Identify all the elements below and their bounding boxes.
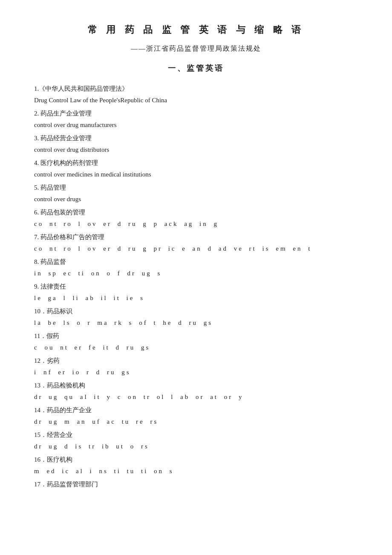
entry-en-2: control over drug manufacturers (34, 119, 358, 131)
entry-cn-9: 9. 法律责任 (34, 281, 358, 292)
entry-cn-4: 4. 医疗机构的药剂管理 (34, 157, 358, 169)
entry-7: 7. 药品价格和广告的管理co nt ro l ov er d ru g pr … (34, 231, 358, 254)
entry-en-3: control over drug distributors (34, 144, 358, 156)
entry-en-14: dr ug m an uf ac tu re rs (34, 416, 358, 428)
entry-cn-12: 12．劣药 (34, 355, 358, 367)
entry-cn-13: 13．药品检验机构 (34, 380, 358, 391)
entry-en-16: m ed ic al i ns ti tu ti on s (34, 465, 358, 477)
entry-17: 17．药品监督管理部门 (34, 479, 358, 490)
entry-15: 15．经营企业dr ug d is tr ib ut o rs (34, 429, 358, 452)
entry-10: 10．药品标识la be ls o r ma rk s of t he d ru… (34, 306, 358, 329)
entry-16: 16．医疗机构m ed ic al i ns ti tu ti on s (34, 454, 358, 477)
entry-cn-10: 10．药品标识 (34, 306, 358, 317)
entry-en-8: in sp ec ti on o f dr ug s (34, 268, 358, 279)
entry-en-4: control over medicines in medical instit… (34, 169, 358, 180)
entry-en-5: control over drugs (34, 194, 358, 205)
entry-cn-17: 17．药品监督管理部门 (34, 479, 358, 490)
entry-cn-2: 2. 药品生产企业管理 (34, 108, 358, 119)
entry-cn-6: 6. 药品包装的管理 (34, 207, 358, 218)
entry-cn-14: 14．药品的生产企业 (34, 405, 358, 416)
entry-12: 12．劣药i nf er io r d ru gs (34, 355, 358, 378)
section-title: 一、监管英语 (34, 61, 358, 75)
entry-cn-3: 3. 药品经营企业管理 (34, 133, 358, 144)
entry-cn-5: 5. 药品管理 (34, 182, 358, 194)
entry-9: 9. 法律责任le ga l li ab il it ie s (34, 281, 358, 304)
entry-4: 4. 医疗机构的药剂管理control over medicines in me… (34, 157, 358, 180)
entry-14: 14．药品的生产企业dr ug m an uf ac tu re rs (34, 405, 358, 428)
entry-cn-16: 16．医疗机构 (34, 454, 358, 465)
entry-cn-7: 7. 药品价格和广告的管理 (34, 231, 358, 243)
entry-cn-15: 15．经营企业 (34, 429, 358, 441)
entry-en-12: i nf er io r d ru gs (34, 367, 358, 378)
entry-11: 11．假药c ou nt er fe it d ru gs (34, 330, 358, 353)
entry-en-10: la be ls o r ma rk s of t he d ru gs (34, 317, 358, 329)
entry-cn-11: 11．假药 (34, 330, 358, 342)
entry-en-7: co nt ro l ov er d ru g pr ic e an d ad … (34, 243, 358, 254)
entry-en-15: dr ug d is tr ib ut o rs (34, 441, 358, 452)
entries-container: 1.《中华人民共和国药品管理法》Drug Control Law of the … (34, 83, 358, 490)
entry-6: 6. 药品包装的管理co nt ro l ov er d ru g p ack … (34, 207, 358, 230)
entry-5: 5. 药品管理control over drugs (34, 182, 358, 205)
entry-cn-8: 8. 药品监督 (34, 256, 358, 268)
entry-13: 13．药品检验机构dr ug qu al it y c on tr ol l a… (34, 380, 358, 403)
entry-en-6: co nt ro l ov er d ru g p ack ag in g (34, 218, 358, 230)
entry-8: 8. 药品监督in sp ec ti on o f dr ug s (34, 256, 358, 279)
entry-en-13: dr ug qu al it y c on tr ol l ab or at o… (34, 391, 358, 403)
entry-1: 1.《中华人民共和国药品管理法》Drug Control Law of the … (34, 83, 358, 106)
main-title: 常 用 药 品 监 管 英 语 与 缩 略 语 (34, 21, 358, 38)
entry-3: 3. 药品经营企业管理control over drug distributor… (34, 133, 358, 156)
entry-en-1: Drug Control Law of the People'sRepublic… (34, 95, 358, 106)
subtitle: ——浙江省药品监督管理局政策法规处 (34, 43, 358, 55)
entry-en-11: c ou nt er fe it d ru gs (34, 342, 358, 353)
entry-2: 2. 药品生产企业管理control over drug manufacture… (34, 108, 358, 131)
entry-en-9: le ga l li ab il it ie s (34, 292, 358, 304)
entry-cn-1: 1.《中华人民共和国药品管理法》 (34, 83, 358, 95)
